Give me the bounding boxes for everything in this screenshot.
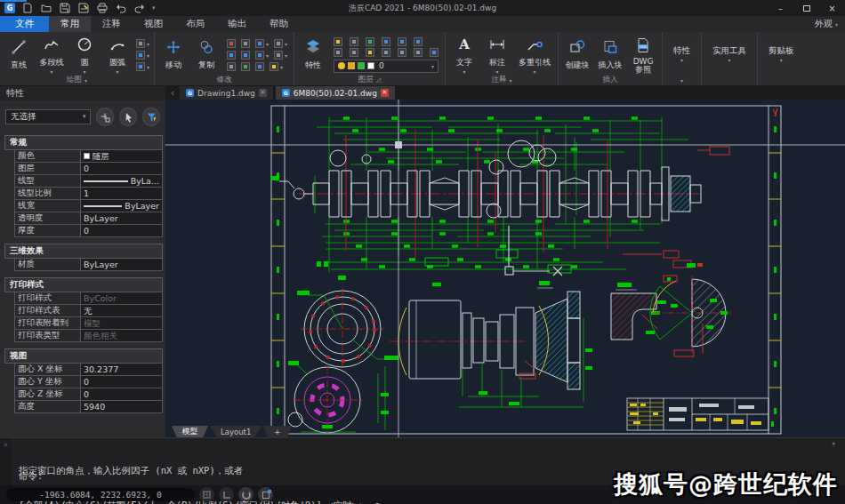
mirror-tool-icon[interactable] xyxy=(227,51,236,60)
move-button[interactable]: 移动 xyxy=(157,37,189,71)
new-file-icon[interactable] xyxy=(21,3,34,14)
save-icon[interactable] xyxy=(59,3,71,14)
layout-tab[interactable]: 模型 xyxy=(172,426,208,437)
arc-button[interactable]: 圆弧▾ xyxy=(101,35,133,74)
property-row[interactable]: 圆心 Z 坐标0 xyxy=(14,388,163,401)
layer-prev-icon[interactable] xyxy=(398,48,406,57)
layer-properties-button[interactable]: 特性 xyxy=(297,37,329,71)
section-header-general[interactable]: 常规 xyxy=(4,135,163,150)
property-row[interactable]: 圆心 Y 坐标0 xyxy=(14,376,163,388)
property-row[interactable]: 打印表类型颜色相关 xyxy=(14,330,163,342)
multileader-button[interactable]: 多重引线▾ xyxy=(514,35,555,74)
trim-tool-icon[interactable]: ▾ xyxy=(255,39,269,48)
scale-tool-icon[interactable] xyxy=(241,51,250,60)
layer-off-icon[interactable] xyxy=(382,37,390,46)
property-row[interactable]: 线型 ByLa... xyxy=(14,175,163,188)
circle-button[interactable]: 圆▾ xyxy=(68,35,101,74)
section-header-view[interactable]: 视图 xyxy=(4,348,163,364)
layer-match-icon[interactable] xyxy=(398,37,406,46)
maximize-button[interactable] xyxy=(793,0,819,16)
close-icon[interactable]: ✕ xyxy=(381,89,389,97)
rotate-tool-icon[interactable] xyxy=(241,39,250,48)
menu-tab[interactable]: 视图 xyxy=(133,16,174,32)
close-icon[interactable]: ✕ xyxy=(259,89,267,97)
close-button[interactable]: × xyxy=(819,0,845,16)
stretch-tool-icon[interactable] xyxy=(241,62,250,71)
undo-icon[interactable] xyxy=(115,3,127,14)
layer-unlock-icon[interactable] xyxy=(350,48,358,57)
modify-group-label[interactable]: 修改 xyxy=(155,75,294,85)
property-row[interactable]: 厚度 0 xyxy=(14,225,163,237)
drawing-canvas[interactable]: 模型Layout1+ xyxy=(165,100,845,437)
property-row[interactable]: 打印表附着到模型 xyxy=(14,317,163,330)
section-header-plotstyle[interactable]: 打印样式 xyxy=(4,277,163,292)
property-row[interactable]: 材质ByLayer xyxy=(14,259,163,271)
open-file-icon[interactable] xyxy=(40,3,52,14)
layer-state-icon[interactable] xyxy=(334,37,342,46)
property-row[interactable]: 颜色 随层 xyxy=(14,150,163,163)
property-row[interactable]: 打印样式ByColor xyxy=(14,292,163,305)
offset-tool-icon[interactable] xyxy=(227,62,236,71)
insert-group-label[interactable]: 插入 xyxy=(559,75,662,85)
layer-delete-icon[interactable] xyxy=(430,48,439,57)
menu-tab[interactable]: 注释 xyxy=(91,16,133,32)
toggle-pickadd-button[interactable] xyxy=(142,108,160,126)
app-logo-icon[interactable]: G xyxy=(4,3,15,13)
clipboard-button[interactable]: 剪贴板▾ xyxy=(758,32,805,75)
layout-tab[interactable]: + xyxy=(263,426,291,437)
command-close-gutter[interactable]: × xyxy=(0,438,12,485)
layer-isolate-icon[interactable] xyxy=(350,37,358,46)
doc-tab-6m80[interactable]: G 6M80(50).02-01.dwg ✕ xyxy=(276,86,395,100)
layout-tab[interactable]: Layout1 xyxy=(210,426,262,437)
create-block-button[interactable]: 创建块 xyxy=(561,37,593,71)
menu-tab[interactable]: 帮助 xyxy=(258,16,300,32)
property-row[interactable]: 圆心 X 坐标30.2377 xyxy=(14,364,163,376)
property-row[interactable]: 线宽 ByLayer xyxy=(14,200,163,212)
insert-block-button[interactable]: 插入块 xyxy=(594,37,626,71)
utilities-button[interactable]: 实用工具▾ xyxy=(702,32,757,75)
layer-select-combo[interactable]: 0 ▾ xyxy=(334,60,439,73)
save-as-icon[interactable] xyxy=(77,3,90,14)
properties-panel-button[interactable]: 特性▾ xyxy=(663,32,701,75)
tab-file[interactable]: 文件 xyxy=(0,16,49,32)
print-icon[interactable] xyxy=(96,3,109,14)
layer-group-label[interactable]: 图层◿ xyxy=(294,75,445,85)
menu-tab[interactable]: 输出 xyxy=(216,16,258,32)
layer-on-icon[interactable] xyxy=(382,48,390,57)
command-expand-icon[interactable]: ▾ xyxy=(832,439,836,448)
doc-tab-scroll-left-icon[interactable]: ‹ xyxy=(168,88,177,98)
dimension-button[interactable]: 标注▾ xyxy=(481,35,513,74)
menu-tab[interactable]: 布局 xyxy=(174,16,216,32)
dwg-xref-button[interactable]: DWG DWG 参照 xyxy=(627,36,659,74)
hatch-tool-icon[interactable]: ▾ xyxy=(136,62,149,71)
command-prompt[interactable]: 命令: xyxy=(19,470,43,483)
property-row[interactable]: 透明度 ByLayer xyxy=(14,212,163,225)
doc-tab-drawing1[interactable]: G Drawing1.dwg ✕ xyxy=(180,86,273,100)
layer-merge-icon[interactable] xyxy=(414,48,422,57)
section-header-3d[interactable]: 三维效果 xyxy=(4,244,163,259)
explode-tool-icon[interactable] xyxy=(255,62,264,71)
array-tool-icon[interactable]: ▾ xyxy=(255,51,269,60)
polyline-button[interactable]: 多段线▾ xyxy=(36,35,68,74)
lengthen-tool-icon[interactable]: ▾ xyxy=(270,62,283,71)
erase-tool-icon[interactable] xyxy=(227,39,236,48)
line-button[interactable]: 直线 xyxy=(3,37,35,71)
property-row[interactable]: 图层 0 xyxy=(14,163,163,175)
chamfer-tool-icon[interactable]: ▾ xyxy=(274,51,287,60)
menu-tab[interactable]: 常用 xyxy=(49,16,91,32)
fillet-tool-icon[interactable]: ▾ xyxy=(274,39,287,48)
layer-lock-icon[interactable] xyxy=(334,48,342,57)
redo-icon[interactable] xyxy=(133,3,146,14)
layer-freeze-icon[interactable] xyxy=(366,37,374,46)
rectangle-tool-icon[interactable]: ▾ xyxy=(136,39,149,48)
quick-select-button[interactable] xyxy=(96,108,114,126)
copy-button[interactable]: 复制 xyxy=(190,37,222,71)
selection-filter-combo[interactable]: 无选择▾ xyxy=(5,109,91,124)
property-row[interactable]: 线型比例 1 xyxy=(14,188,163,200)
annotate-group-label[interactable]: 注释▾ xyxy=(446,75,558,85)
layer-thaw-icon[interactable] xyxy=(366,48,374,57)
draw-group-label[interactable]: 绘图▾ xyxy=(0,75,154,85)
appearance-menu[interactable]: 外观▾ xyxy=(815,16,838,32)
property-row[interactable]: 打印样式表无 xyxy=(14,305,163,317)
text-button[interactable]: A 文字▾ xyxy=(448,35,480,74)
